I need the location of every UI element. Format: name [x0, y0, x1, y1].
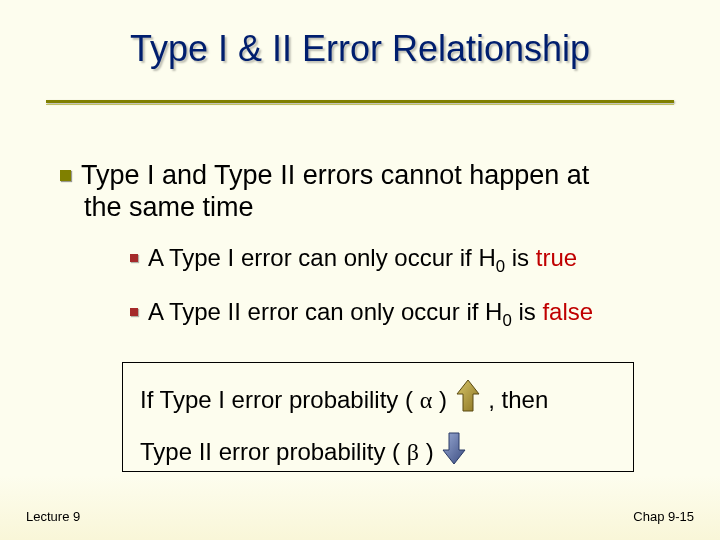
box2-pre: Type II error probability ( [140, 438, 407, 465]
box1-pre: If Type I error probability ( [140, 386, 420, 413]
arrow-up-icon [454, 378, 482, 420]
box-line2: Type II error probability ( β ) [140, 430, 468, 472]
b2b-pre: A Type II error can only occur if H [148, 298, 502, 325]
footer-right: Chap 9-15 [633, 509, 694, 524]
arrow-down-icon [440, 430, 468, 472]
bullet-text-line1: Type I and Type II errors cannot happen … [81, 160, 589, 190]
box2-post: ) [419, 438, 440, 465]
slide: Type I & II Error Relationship Type I an… [0, 0, 720, 540]
bullet-text-line2: the same time [84, 192, 254, 222]
svg-marker-0 [457, 380, 479, 411]
bullet-level2-a: A Type I error can only occur if H0 is t… [130, 244, 577, 277]
bullet-square-small-icon [130, 308, 138, 316]
bullet-square-small-icon [130, 254, 138, 262]
box-line1: If Type I error probability ( α ) , then [140, 378, 548, 420]
box1-post: ) [432, 386, 453, 413]
b2a-mid: is [505, 244, 536, 271]
slide-title: Type I & II Error Relationship [0, 28, 720, 70]
bullet-level2-b: A Type II error can only occur if H0 is … [130, 298, 593, 331]
b2b-sub: 0 [502, 311, 511, 330]
b2a-keyword: true [536, 244, 577, 271]
box1-end: , then [482, 386, 549, 413]
footer-left: Lecture 9 [26, 509, 80, 524]
b2a-sub: 0 [496, 257, 505, 276]
bullet-level1: Type I and Type II errors cannot happen … [60, 160, 589, 191]
b2b-keyword: false [542, 298, 593, 325]
alpha-symbol: α [420, 387, 433, 413]
bullet-level1-cont: the same time [84, 192, 254, 223]
title-underline-light [46, 104, 674, 105]
beta-symbol: β [407, 439, 419, 465]
bullet-square-icon [60, 170, 71, 181]
svg-marker-1 [443, 433, 465, 464]
b2b-mid: is [512, 298, 543, 325]
title-underline [46, 100, 674, 103]
b2a-pre: A Type I error can only occur if H [148, 244, 496, 271]
